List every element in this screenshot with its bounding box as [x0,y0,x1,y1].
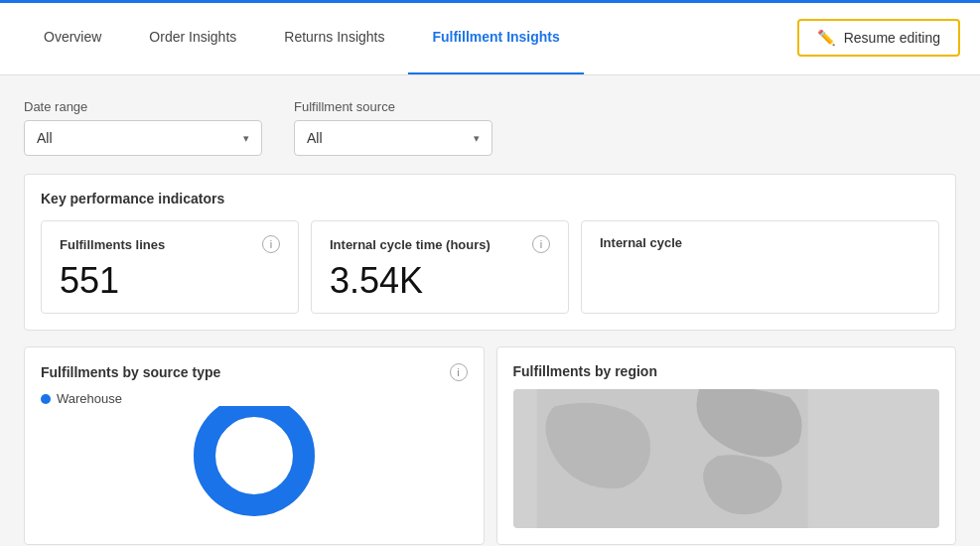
region-map [513,389,940,528]
tab-returns-insights[interactable]: Returns Insights [260,0,408,74]
source-type-chart-section: Fulfillments by source type i Warehouse [24,346,485,545]
map-svg [513,389,940,528]
kpi-section: Key performance indicators Fulfillments … [24,174,956,331]
chevron-down-icon: ▾ [243,132,249,145]
date-range-value: All [37,130,53,146]
legend-label-warehouse: Warehouse [57,391,122,406]
kpi-card-header-2: Internal cycle time (hours) i [330,235,550,253]
kpi-cards: Fulfillments lines i 551 Internal cycle … [41,220,939,314]
nav-tabs: Overview Order Insights Returns Insights… [20,0,797,74]
kpi-value-2: 3.54K [330,263,550,299]
kpi-section-title: Key performance indicators [41,191,939,206]
kpi-card-header-3: Internal cycle [600,235,920,250]
legend-dot-warehouse [41,394,51,404]
fulfillment-source-label: Fulfillment source [294,99,492,114]
region-chart-title: Fulfillments by region [513,363,940,379]
fulfillment-source-value: All [307,130,323,146]
filters-row: Date range All ▾ Fulfillment source All … [24,99,956,156]
svg-point-1 [205,406,304,505]
date-range-select[interactable]: All ▾ [24,120,262,156]
kpi-card-header-1: Fulfillments lines i [60,235,280,253]
kpi-card-internal-cycle-time: Internal cycle time (hours) i 3.54K [311,220,569,314]
resume-editing-button[interactable]: ✏️ Resume editing [797,19,960,57]
donut-svg [185,406,324,525]
kpi-card-internal-cycle-partial: Internal cycle [581,220,939,314]
tab-order-insights[interactable]: Order Insights [125,0,260,74]
main-content: Date range All ▾ Fulfillment source All … [0,75,980,545]
kpi-card-title-3: Internal cycle [600,235,682,250]
kpi-card-title-1: Fulfillments lines [60,237,165,252]
kpi-card-title-2: Internal cycle time (hours) [330,237,490,252]
tab-overview[interactable]: Overview [20,0,125,74]
info-icon-2[interactable]: i [532,235,550,253]
kpi-card-fulfillment-lines: Fulfillments lines i 551 [41,220,299,314]
pencil-icon: ✏️ [817,29,836,47]
tab-fulfillment-insights[interactable]: Fulfillment Insights [408,0,583,74]
donut-chart [41,406,468,525]
info-icon-chart[interactable]: i [450,363,468,381]
info-icon-1[interactable]: i [262,235,280,253]
legend-item-warehouse: Warehouse [41,391,468,406]
bottom-row: Fulfillments by source type i Warehouse … [24,346,956,545]
chevron-down-icon-2: ▾ [474,132,480,145]
fulfillment-source-select[interactable]: All ▾ [294,120,492,156]
date-range-label: Date range [24,99,262,114]
top-navigation: Overview Order Insights Returns Insights… [0,0,980,75]
source-type-chart-title: Fulfillments by source type [41,364,220,380]
source-type-chart-header: Fulfillments by source type i [41,363,468,381]
region-chart-section: Fulfillments by region [496,346,957,545]
kpi-value-1: 551 [60,263,280,299]
fulfillment-source-filter: Fulfillment source All ▾ [294,99,492,156]
date-range-filter: Date range All ▾ [24,99,262,156]
